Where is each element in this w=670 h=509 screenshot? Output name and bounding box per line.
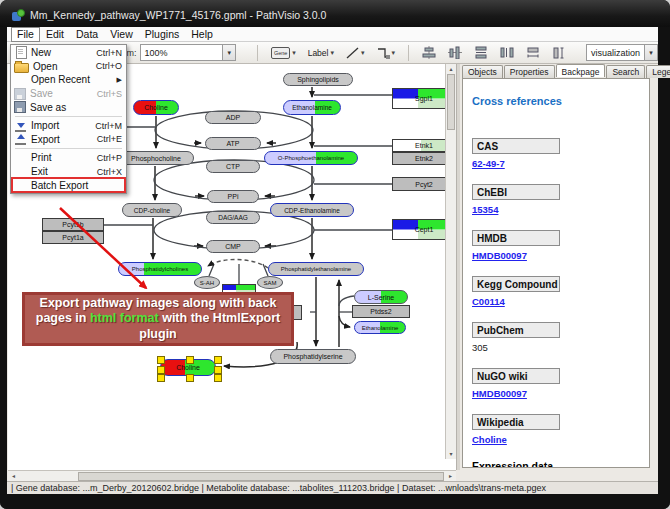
menu-help[interactable]: Help	[185, 28, 219, 41]
node-phosphatidylserine[interactable]: Phosphatidylserine	[270, 349, 356, 364]
file-menu-item-new[interactable]: NewCtrl+N	[12, 46, 125, 60]
title-bar[interactable]: Mm_Kennedy_pathway_WP1771_45176.gpml - P…	[0, 0, 670, 27]
scroll-down-icon[interactable]: ▾	[446, 449, 456, 459]
gene-node-icon: Gene	[271, 47, 290, 59]
align-center-vertical-button[interactable]	[444, 43, 466, 62]
selection-handle[interactable]	[157, 366, 165, 374]
node-cdp-choline[interactable]: CDP-choline	[122, 203, 182, 217]
node-cdp-ethanolamine[interactable]: CDP-Ethanolamine	[270, 203, 354, 217]
label-button[interactable]: Label ▾	[304, 43, 338, 62]
align-center-vertical-icon	[448, 46, 462, 59]
node-phosphatidylethanolamine[interactable]: Phosphatidylethanolamine	[268, 262, 364, 276]
selection-handle[interactable]	[214, 356, 222, 364]
node-phosphocholine[interactable]: Phosphocholine	[118, 151, 194, 165]
node-l-serine[interactable]: L-Serine	[354, 290, 408, 304]
backpage-link[interactable]: 15354	[472, 204, 498, 215]
distribute-horizontal-button[interactable]	[496, 43, 518, 62]
node-ptdss2[interactable]: Ptdss2	[352, 305, 410, 318]
scrollbar-thumb[interactable]	[447, 74, 455, 130]
elbow-connector-icon	[377, 47, 390, 59]
tab-objects[interactable]: Objects	[462, 65, 503, 78]
node-sam[interactable]: SAM	[257, 276, 283, 289]
node-phosphatidylcholines[interactable]: Phosphatidylcholines	[118, 262, 202, 276]
tab-properties[interactable]: Properties	[504, 65, 555, 78]
menu-view[interactable]: View	[104, 28, 139, 41]
canvas-vertical-scrollbar[interactable]: ▴ ▾	[445, 64, 456, 459]
menu-separator	[15, 148, 122, 149]
selection-handle[interactable]	[157, 374, 165, 382]
node-s-ah[interactable]: S-AH	[194, 276, 220, 289]
file-menu-item-batch-export[interactable]: Batch Export	[12, 178, 125, 192]
node-pcyt1a[interactable]: Pcyt1a	[42, 231, 104, 244]
selection-handle[interactable]	[214, 374, 222, 382]
node-ppi[interactable]: PPi	[207, 190, 259, 203]
backpage-link[interactable]: Choline	[472, 434, 507, 445]
callout-highlight: html format	[90, 311, 159, 325]
import-icon	[14, 120, 27, 132]
node-o-phosphoethanolamine[interactable]: O-Phosphoethanolamine	[264, 151, 358, 165]
node-dag-aag[interactable]: DAG/AAG	[206, 211, 260, 224]
chevron-down-icon[interactable]: ▾	[644, 45, 657, 60]
selection-handle[interactable]	[157, 356, 165, 364]
distribute-vertical-button[interactable]	[470, 43, 492, 62]
tab-search[interactable]: Search	[606, 65, 645, 78]
file-menu-item-save[interactable]: SaveCtrl+S	[12, 87, 125, 101]
file-menu-item-print[interactable]: PrintCtrl+P	[12, 151, 125, 165]
file-menu-item-open-recent[interactable]: Open Recent▶	[12, 73, 125, 87]
scrollbar-thumb[interactable]	[78, 472, 444, 481]
toolbar-separator	[257, 45, 258, 61]
menu-icon-spacer	[14, 179, 27, 191]
file-menu-item-open[interactable]: OpenCtrl+O	[12, 60, 125, 74]
chevron-down-icon[interactable]: ▾	[330, 49, 334, 57]
menu-file[interactable]: File	[11, 27, 40, 42]
menu-item-label: Open	[33, 61, 96, 72]
backpage-plain-value: 305	[472, 342, 488, 353]
gene-node-button[interactable]: Gene ▾	[267, 43, 300, 62]
file-menu-item-export[interactable]: ExportCtrl+E	[12, 133, 125, 147]
align-center-horizontal-button[interactable]	[418, 43, 440, 62]
node-cmp[interactable]: CMP	[206, 240, 260, 253]
cross-references-heading: Cross references	[472, 95, 649, 107]
node-sphingolipids[interactable]: Sphingolipids	[283, 73, 353, 86]
elbow-connector-button[interactable]: ▾	[373, 43, 400, 62]
chevron-down-icon[interactable]: ▾	[222, 45, 235, 60]
node-adp[interactable]: ADP	[205, 111, 261, 124]
file-menu-item-import[interactable]: ImportCtrl+M	[12, 119, 125, 133]
selection-handle[interactable]	[214, 366, 222, 374]
zoom-value: 100%	[141, 48, 223, 58]
backpage-link[interactable]: 62-49-7	[472, 158, 505, 169]
node-pcyt1b[interactable]: Pcyt1b	[42, 218, 104, 231]
backpage-section-value: 15354	[472, 204, 649, 216]
menu-edit[interactable]: Edit	[40, 28, 70, 41]
menu-plugins[interactable]: Plugins	[139, 28, 185, 41]
node-atp[interactable]: ATP	[205, 137, 261, 150]
line-button[interactable]: ▾	[342, 43, 369, 62]
file-menu-item-exit[interactable]: ExitCtrl+X	[12, 165, 125, 179]
chevron-down-icon[interactable]: ▾	[361, 49, 365, 57]
scroll-up-icon[interactable]: ▴	[446, 64, 456, 74]
node-choline-selected[interactable]: Choline	[160, 359, 216, 376]
backpage-section-value: C00114	[472, 296, 649, 308]
menu-data[interactable]: Data	[70, 28, 104, 41]
node-ctp[interactable]: CTP	[206, 160, 260, 173]
node-ethanolamine-2[interactable]: Ethanolamine	[354, 321, 406, 334]
chevron-down-icon[interactable]: ▾	[292, 49, 296, 57]
backpage-link[interactable]: C00114	[472, 296, 505, 307]
backpage-section-value: HMDB00097	[472, 250, 649, 262]
tab-legend[interactable]: Legend	[646, 65, 670, 78]
zoom-combobox[interactable]: 100% ▾	[140, 44, 237, 61]
chevron-down-icon[interactable]: ▾	[392, 49, 396, 57]
selection-handle[interactable]	[186, 374, 194, 382]
backpage-section-header: Wikipedia	[472, 414, 560, 430]
node-ethanolamine[interactable]: Ethanolamine	[283, 100, 341, 115]
backpage-link[interactable]: HMDB00097	[472, 250, 527, 261]
common-width-button[interactable]	[522, 43, 544, 62]
common-height-button[interactable]	[548, 43, 570, 62]
selection-handle[interactable]	[186, 356, 194, 364]
tab-backpage[interactable]: Backpage	[556, 64, 606, 77]
visualization-combobox[interactable]: visualization ▾	[586, 44, 658, 61]
node-choline[interactable]: Choline	[133, 100, 179, 115]
file-menu-item-save-as[interactable]: Save as	[12, 100, 125, 114]
distribute-horizontal-icon	[500, 46, 514, 59]
backpage-link[interactable]: HMDB00097	[472, 388, 527, 399]
